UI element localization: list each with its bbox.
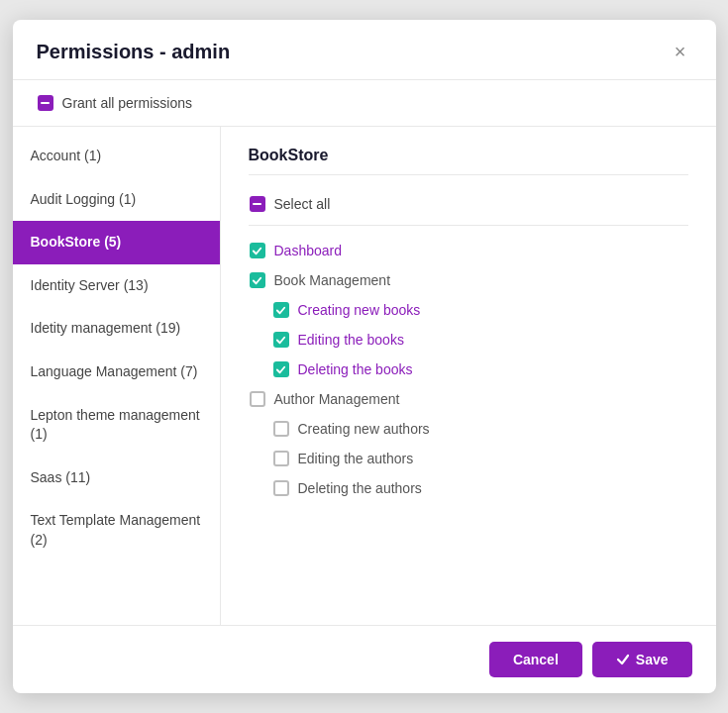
book-management-checkbox[interactable]: [249, 271, 266, 289]
dashboard-label: Dashboard: [274, 243, 343, 258]
editing-books-label: Editing the books: [298, 332, 404, 348]
select-all-row: Select all: [249, 187, 688, 226]
permission-item-deleting-authors: Deleting the authors: [249, 473, 688, 503]
sidebar-item-language-management[interactable]: Language Management (7): [13, 351, 220, 394]
permission-item-deleting-books: Deleting the books: [249, 355, 688, 384]
deleting-authors-checkbox[interactable]: [272, 479, 290, 497]
close-button[interactable]: ×: [669, 40, 692, 63]
content-panel: BookStore Select all Dashboard: [221, 127, 716, 625]
deleting-authors-label: Deleting the authors: [298, 480, 422, 496]
permission-item-dashboard: Dashboard: [249, 236, 688, 265]
book-management-label: Book Management: [274, 272, 391, 288]
modal-footer: Cancel Save: [13, 625, 716, 693]
save-button[interactable]: Save: [592, 642, 692, 677]
author-management-checkbox[interactable]: [249, 390, 266, 408]
sidebar-item-bookstore[interactable]: BookStore (5): [13, 221, 220, 264]
creating-books-label: Creating new books: [298, 302, 421, 318]
sidebar-item-text-template[interactable]: Text Template Management (2): [13, 499, 220, 561]
save-icon: [616, 653, 630, 666]
select-all-checkbox[interactable]: [249, 195, 266, 213]
modal-header: Permissions - admin ×: [13, 20, 716, 80]
save-label: Save: [636, 652, 669, 667]
grant-all-checkbox[interactable]: [37, 94, 54, 112]
sidebar-item-lepton-theme[interactable]: Lepton theme management (1): [13, 394, 220, 457]
modal-title: Permissions - admin: [37, 41, 231, 63]
permissions-modal: Permissions - admin × Grant all permissi…: [13, 20, 716, 693]
section-title: BookStore: [249, 147, 688, 175]
cancel-button[interactable]: Cancel: [489, 642, 582, 677]
deleting-books-checkbox[interactable]: [272, 360, 290, 378]
select-all-label[interactable]: Select all: [274, 196, 331, 212]
editing-authors-checkbox[interactable]: [272, 450, 290, 467]
creating-authors-checkbox[interactable]: [272, 420, 290, 438]
permission-item-author-management: Author Management: [249, 384, 688, 414]
dashboard-checkbox[interactable]: [249, 242, 266, 259]
author-management-label: Author Management: [274, 391, 400, 407]
modal-body: Account (1) Audit Logging (1) BookStore …: [13, 127, 716, 625]
sidebar-item-identity-server[interactable]: Identity Server (13): [13, 264, 220, 308]
grant-all-row: Grant all permissions: [13, 80, 716, 127]
permission-item-creating-books: Creating new books: [249, 295, 688, 325]
creating-books-checkbox[interactable]: [272, 301, 290, 319]
sidebar-item-audit-logging[interactable]: Audit Logging (1): [13, 178, 220, 222]
permission-item-creating-authors: Creating new authors: [249, 414, 688, 444]
sidebar-item-account[interactable]: Account (1): [13, 135, 220, 178]
creating-authors-label: Creating new authors: [298, 421, 430, 437]
sidebar: Account (1) Audit Logging (1) BookStore …: [13, 127, 221, 625]
sidebar-item-identity-management[interactable]: Idetity management (19): [13, 307, 220, 351]
grant-all-label[interactable]: Grant all permissions: [62, 95, 193, 111]
sidebar-item-saas[interactable]: Saas (11): [13, 457, 220, 500]
permission-item-editing-books: Editing the books: [249, 325, 688, 355]
permission-item-editing-authors: Editing the authors: [249, 444, 688, 473]
permission-item-book-management: Book Management: [249, 265, 688, 295]
deleting-books-label: Deleting the books: [298, 361, 413, 377]
editing-books-checkbox[interactable]: [272, 331, 290, 349]
editing-authors-label: Editing the authors: [298, 451, 414, 466]
